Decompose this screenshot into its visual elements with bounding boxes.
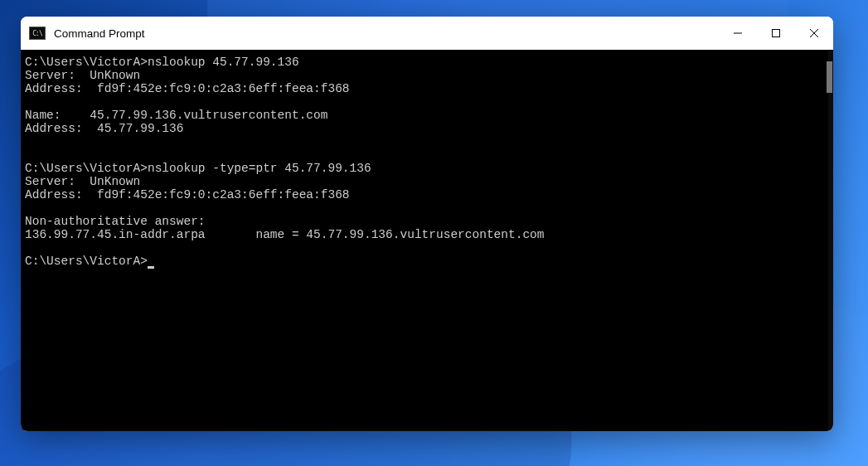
terminal-container: C:\Users\VictorA>nslookup 45.77.99.136Se… [21, 50, 833, 431]
maximize-button[interactable] [757, 17, 795, 50]
minimize-button[interactable] [719, 17, 757, 50]
terminal-line: Address: fd9f:452e:fc9:0:c2a3:6eff:feea:… [25, 188, 825, 201]
terminal-line: 136.99.77.45.in-addr.arpa name = 45.77.9… [25, 228, 825, 241]
terminal-prompt: C:\Users\VictorA> [25, 255, 148, 268]
cmd-icon: C:\ [29, 27, 46, 40]
window-controls [719, 17, 833, 50]
terminal-line: Server: UnKnown [25, 175, 825, 188]
command-prompt-window: C:\ Command Prompt C:\Users\VictorA>nslo… [21, 17, 833, 431]
window-title: Command Prompt [54, 27, 719, 40]
terminal-line [25, 241, 825, 255]
scrollbar[interactable] [823, 51, 833, 431]
terminal-line: Name: 45.77.99.136.vultrusercontent.com [25, 109, 825, 122]
scrollbar-thumb[interactable] [827, 61, 832, 93]
titlebar[interactable]: C:\ Command Prompt [21, 17, 833, 50]
terminal-line [25, 95, 825, 109]
terminal-prompt-line[interactable]: C:\Users\VictorA> [25, 255, 825, 268]
terminal-line: Address: fd9f:452e:fc9:0:c2a3:6eff:feea:… [25, 82, 825, 95]
terminal-line: C:\Users\VictorA>nslookup -type=ptr 45.7… [25, 162, 825, 175]
terminal-line [25, 148, 825, 162]
terminal-line [25, 201, 825, 215]
cursor [148, 266, 154, 269]
terminal-line: Non-authoritative answer: [25, 215, 825, 228]
close-button[interactable] [795, 17, 833, 50]
terminal-line: C:\Users\VictorA>nslookup 45.77.99.136 [25, 56, 825, 69]
svg-rect-1 [773, 30, 780, 37]
terminal-line [25, 135, 825, 148]
terminal-output[interactable]: C:\Users\VictorA>nslookup 45.77.99.136Se… [22, 51, 828, 430]
terminal-line: Address: 45.77.99.136 [25, 122, 825, 135]
terminal-line: Server: UnKnown [25, 69, 825, 82]
